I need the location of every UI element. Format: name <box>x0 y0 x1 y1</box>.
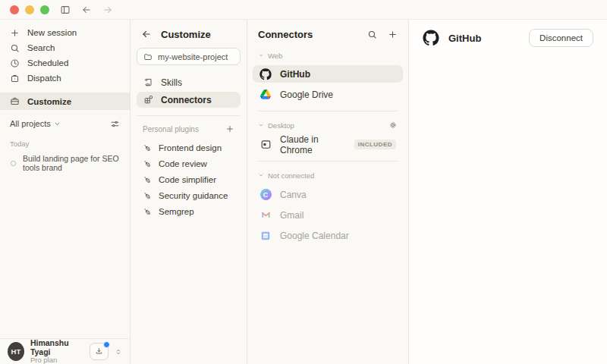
status-circle-icon <box>10 160 17 167</box>
add-plugin-icon[interactable] <box>225 124 234 133</box>
connector-item-gmail[interactable]: Gmail <box>253 206 403 224</box>
plugin-item-label: Frontend design <box>159 143 222 152</box>
section-header-not-connected[interactable]: Not connected <box>247 170 408 180</box>
search-icon[interactable] <box>367 30 377 39</box>
sidebar-item-label: New session <box>27 28 77 37</box>
divider <box>258 161 398 162</box>
section-header-web[interactable]: Web <box>247 50 408 61</box>
sidebar-item-scheduled[interactable]: Scheduled <box>0 55 130 71</box>
connector-name: Google Drive <box>280 89 333 100</box>
included-badge: INCLUDED <box>354 140 396 149</box>
sidebar-item-label: Search <box>27 43 55 52</box>
plugin-item-label: Code review <box>159 159 207 168</box>
sliders-icon[interactable] <box>110 119 120 129</box>
titlebar <box>0 0 607 20</box>
section-label: Web <box>268 52 282 60</box>
plugins-section-header: Personal plugins <box>131 123 247 135</box>
chevron-down-icon <box>54 121 61 127</box>
connector-item-canva[interactable]: C Canva <box>253 186 403 203</box>
user-account-row[interactable]: HT Himanshu Tyagi Pro plan <box>0 338 130 364</box>
sidebar: New session Search Scheduled Dispatch Cu <box>0 20 131 364</box>
connector-item-claude-in-chrome[interactable]: Claude in Chrome INCLUDED <box>253 136 403 153</box>
forward-arrow-icon[interactable] <box>102 5 113 15</box>
back-arrow-icon[interactable] <box>81 5 92 15</box>
close-window-button[interactable] <box>10 5 19 14</box>
connector-item-google-calendar[interactable]: 31 Google Calendar <box>253 227 403 244</box>
tab-skills[interactable]: Skills <box>137 74 241 90</box>
minimize-window-button[interactable] <box>25 5 34 14</box>
whisk-icon <box>143 143 152 152</box>
plugin-item-label: Code simplifier <box>159 175 216 184</box>
dispatch-icon <box>10 74 20 83</box>
plugin-item-frontend-design[interactable]: Frontend design <box>131 140 247 155</box>
connector-item-google-drive[interactable]: Google Drive <box>253 86 403 103</box>
canva-icon: C <box>259 189 272 201</box>
divider <box>258 111 398 111</box>
plugin-item-label: Semgrep <box>159 207 194 216</box>
project-selector-value: my-website-project <box>158 52 228 61</box>
avatar: HT <box>8 342 24 361</box>
google-drive-icon <box>259 89 272 101</box>
section-label: Desktop <box>268 121 294 130</box>
connector-name: Claude in Chrome <box>280 134 346 155</box>
user-name: Himanshu Tyagi <box>30 338 83 356</box>
connector-name: GitHub <box>280 69 310 80</box>
gmail-icon <box>259 209 272 221</box>
sidebar-item-search[interactable]: Search <box>0 40 130 55</box>
download-update-button[interactable] <box>90 343 109 360</box>
project-selector[interactable]: my-website-project <box>137 48 241 65</box>
briefcase-icon <box>10 96 20 106</box>
folder-icon <box>143 52 153 61</box>
download-icon <box>95 347 103 356</box>
today-section-label: Today <box>0 140 130 148</box>
sidebar-item-label: Dispatch <box>27 74 61 83</box>
plugins-section-label: Personal plugins <box>143 125 225 133</box>
whisk-icon <box>143 159 152 168</box>
widgets-icon <box>143 95 153 105</box>
sidebar-item-label: Customize <box>27 97 71 106</box>
connector-name: Google Calendar <box>280 231 349 241</box>
plugin-item-code-review[interactable]: Code review <box>131 156 247 171</box>
clock-icon <box>10 58 20 68</box>
chevron-down-icon <box>258 52 264 58</box>
connector-item-github[interactable]: GitHub <box>253 65 403 83</box>
connectors-panel: Connectors Web GitHub Google Drive <box>247 20 409 364</box>
plugin-item-semgrep[interactable]: Semgrep <box>131 204 247 219</box>
toggle-sidebar-icon[interactable] <box>60 5 71 15</box>
session-item-label: Build landing page for SEO tools brand <box>23 154 120 172</box>
detail-panel: GitHub Disconnect <box>409 20 607 364</box>
section-label: Not connected <box>268 171 314 180</box>
chevron-down-icon <box>258 122 264 128</box>
user-plan: Pro plan <box>30 356 83 364</box>
browser-window-icon <box>259 139 272 151</box>
plus-icon <box>10 28 20 38</box>
customize-header: Customize <box>131 27 247 42</box>
github-icon <box>423 30 439 46</box>
connector-name: Gmail <box>280 210 304 221</box>
sidebar-item-new-session[interactable]: New session <box>0 25 130 40</box>
plugin-item-code-simplifier[interactable]: Code simplifier <box>131 172 247 187</box>
sidebar-item-label: Scheduled <box>27 58 68 67</box>
page-title: Customize <box>161 29 211 40</box>
projects-filter[interactable]: All projects <box>0 117 130 130</box>
back-arrow-icon[interactable] <box>141 29 152 39</box>
tab-connectors[interactable]: Connectors <box>137 92 241 108</box>
chevron-down-icon <box>258 172 264 178</box>
gear-icon[interactable] <box>388 121 398 130</box>
detail-title: GitHub <box>448 33 481 44</box>
sidebar-item-dispatch[interactable]: Dispatch <box>0 71 130 86</box>
session-list-item[interactable]: Build landing page for SEO tools brand <box>0 154 130 172</box>
section-header-desktop[interactable]: Desktop <box>247 120 408 130</box>
whisk-icon <box>143 191 152 200</box>
notification-dot <box>103 341 110 348</box>
scroll-icon <box>143 77 153 87</box>
search-icon <box>10 43 20 53</box>
detail-header: GitHub Disconnect <box>409 27 607 49</box>
add-connector-icon[interactable] <box>388 30 398 39</box>
sidebar-item-customize[interactable]: Customize <box>0 93 130 110</box>
plugin-item-security-guidance[interactable]: Security guidance <box>131 188 247 203</box>
unfold-chevrons-icon[interactable] <box>115 347 122 356</box>
tab-label: Skills <box>161 77 182 88</box>
maximize-window-button[interactable] <box>40 5 49 14</box>
disconnect-button[interactable]: Disconnect <box>529 29 593 47</box>
